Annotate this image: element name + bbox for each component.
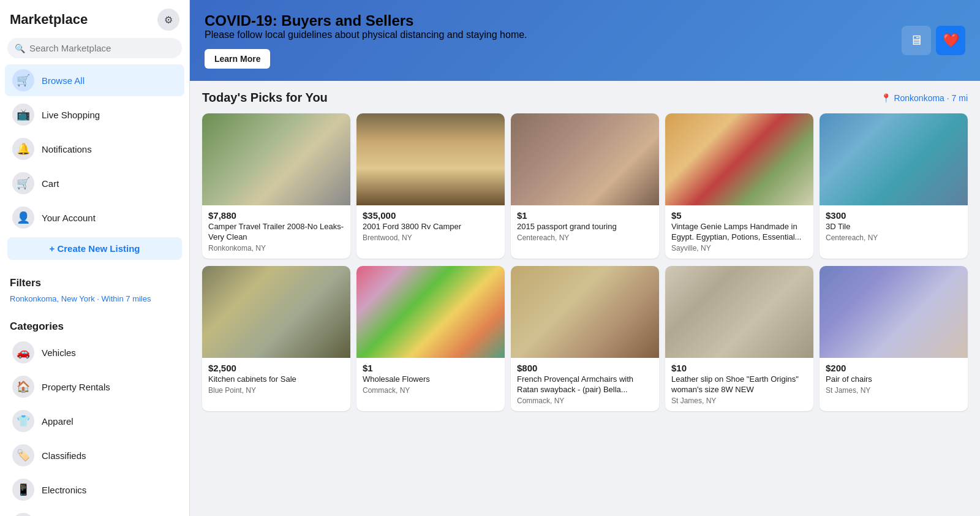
nav-item-browse-all[interactable]: 🛒 Browse All [5,64,184,96]
nav-item-your-account[interactable]: 👤 Your Account [5,202,184,233]
covid-text: COVID-19: Buyers and Sellers Please foll… [205,12,527,69]
nav-item-live-shopping[interactable]: 📺 Live Shopping [5,99,184,131]
listing-card[interactable]: $300 3D Tile Centereach, NY [820,113,968,259]
classifieds-icon: 🏷️ [12,444,34,466]
card-title: Kitchen cabinets for Sale [208,374,344,385]
card-title: French Provençal Armchairs with Ratan sw… [517,374,653,395]
card-price: $5 [671,210,807,221]
card-info: $800 French Provençal Armchairs with Rat… [511,358,659,411]
create-listing-button[interactable]: + Create New Listing [7,237,182,260]
covid-title: COVID-19: Buyers and Sellers [205,12,527,29]
nav-label-cart: Cart [42,178,59,189]
filters-label: Filters [0,272,189,292]
card-image [820,113,968,205]
card-image [356,266,505,358]
notifications-icon: 🔔 [12,138,34,160]
card-title: Wholesale Flowers [363,374,499,385]
category-label-property-rentals: Property Rentals [42,382,110,392]
card-title: Camper Travel Trailer 2008-No Leaks-Very… [208,222,344,243]
electronics-icon: 📱 [12,479,34,501]
card-location: Centereach, NY [826,233,962,242]
learn-more-button[interactable]: Learn More [205,49,270,69]
picks-header: Today's Picks for You 📍 Ronkonkoma · 7 m… [202,91,968,105]
category-label-vehicles: Vehicles [42,347,76,358]
card-location: St James, NY [826,386,962,395]
gear-button[interactable]: ⚙ [157,9,179,31]
search-input[interactable] [7,38,182,58]
category-label-apparel: Apparel [42,416,74,427]
nav-item-cart[interactable]: 🛒 Cart [5,167,184,199]
listings-grid-row1: $7,880 Camper Travel Trailer 2008-No Lea… [202,113,968,259]
card-image [202,266,350,358]
banner-icon-monitor: 🖥 [902,26,931,55]
sidebar: Marketplace ⚙ 🔍 🛒 Browse All 📺 Live Shop… [0,0,190,516]
category-label-classifieds: Classifieds [42,450,86,461]
card-info: $200 Pair of chairs St James, NY [820,358,968,401]
card-price: $10 [671,363,807,373]
browse-all-icon: 🛒 [12,69,34,91]
sidebar-title: Marketplace [10,12,88,28]
category-property-rentals[interactable]: 🏠 Property Rentals [5,371,184,403]
filter-location[interactable]: Ronkonkoma, New York · Within 7 miles [0,292,189,308]
card-info: $1 2015 passport grand touring Centereac… [511,205,659,248]
nav-label-notifications: Notifications [42,144,92,154]
banner-icons: 🖥 ❤️ [902,26,965,55]
card-price: $2,500 [208,363,344,373]
category-electronics[interactable]: 📱 Electronics [5,474,184,506]
category-label-electronics: Electronics [42,485,86,495]
category-classifieds[interactable]: 🏷️ Classifieds [5,439,184,471]
card-price: $800 [517,363,653,373]
listing-card[interactable]: $7,880 Camper Travel Trailer 2008-No Lea… [202,113,350,259]
cart-icon: 🛒 [12,172,34,194]
picks-title: Today's Picks for You [202,91,328,105]
location-label: Ronkonkoma · 7 mi [894,93,968,103]
card-title: 3D Tile [826,222,962,232]
listing-card[interactable]: $10 Leather slip on Shoe "Earth Origins"… [665,266,813,411]
category-apparel[interactable]: 👕 Apparel [5,405,184,437]
nav-label-live-shopping: Live Shopping [42,110,100,120]
listing-card[interactable]: $35,000 2001 Ford 3800 Rv Camper Brentwo… [356,113,505,259]
banner-icon-heart: ❤️ [936,26,965,55]
listing-card[interactable]: $800 French Provençal Armchairs with Rat… [511,266,659,411]
card-title: 2001 Ford 3800 Rv Camper [363,222,499,232]
card-image [356,113,505,205]
apparel-icon: 👕 [12,410,34,432]
entertainment-icon: 👥 [12,513,34,516]
listing-card[interactable]: $200 Pair of chairs St James, NY [820,266,968,411]
listing-card[interactable]: $1 2015 passport grand touring Centereac… [511,113,659,259]
sidebar-header: Marketplace ⚙ [0,0,189,36]
main-content: COVID-19: Buyers and Sellers Please foll… [190,0,980,516]
listing-card[interactable]: $1 Wholesale Flowers Commack, NY [356,266,505,411]
card-price: $1 [363,363,499,373]
card-info: $7,880 Camper Travel Trailer 2008-No Lea… [202,205,350,259]
listing-card[interactable]: $2,500 Kitchen cabinets for Sale Blue Po… [202,266,350,411]
category-entertainment[interactable]: 👥 Entertainment [5,508,184,516]
location-pin-icon: 📍 [881,93,891,103]
create-listing-label: + Create New Listing [50,243,140,254]
card-info: $2,500 Kitchen cabinets for Sale Blue Po… [202,358,350,401]
card-location: Ronkonkoma, NY [208,244,344,252]
nav-label-your-account: Your Account [42,213,96,223]
card-image [820,266,968,358]
covid-description: Please follow local guidelines about phy… [205,29,527,40]
card-title: 2015 passport grand touring [517,222,653,232]
card-price: $200 [826,363,962,373]
card-info: $35,000 2001 Ford 3800 Rv Camper Brentwo… [356,205,505,248]
card-info: $5 Vintage Genie Lamps Handmade in Egypt… [665,205,813,259]
category-vehicles[interactable]: 🚗 Vehicles [5,336,184,368]
card-location: St James, NY [671,396,807,405]
card-price: $7,880 [208,210,344,221]
card-price: $300 [826,210,962,221]
vehicles-icon: 🚗 [12,341,34,363]
search-box: 🔍 [7,38,182,58]
location-tag: 📍 Ronkonkoma · 7 mi [881,93,968,103]
card-image [511,266,659,358]
nav-item-notifications[interactable]: 🔔 Notifications [5,133,184,165]
card-location: Centereach, NY [517,233,653,242]
live-shopping-icon: 📺 [12,104,34,126]
card-info: $300 3D Tile Centereach, NY [820,205,968,248]
card-location: Commack, NY [363,386,499,395]
property-rentals-icon: 🏠 [12,376,34,398]
listing-card[interactable]: $5 Vintage Genie Lamps Handmade in Egypt… [665,113,813,259]
card-title: Pair of chairs [826,374,962,385]
